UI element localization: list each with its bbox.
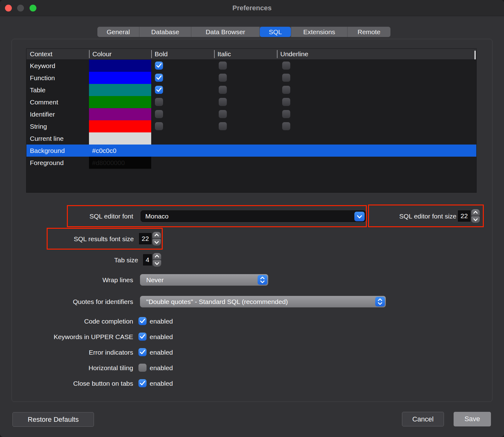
table-header: Context Colour Bold Italic Underline xyxy=(26,49,476,60)
combobox-dropdown-button[interactable] xyxy=(354,212,365,221)
table-row[interactable]: String xyxy=(26,120,476,132)
restore-defaults-button[interactable]: Restore Defaults xyxy=(12,412,94,427)
italic-checkbox-unchecked[interactable] xyxy=(219,86,227,94)
bold-checkbox-checked[interactable] xyxy=(155,86,163,94)
editor-font-size-value[interactable]: 22 xyxy=(458,210,470,222)
cancel-button[interactable]: Cancel xyxy=(402,412,444,426)
color-swatch[interactable] xyxy=(89,96,151,108)
keywords-uppercase-checkbox-checked[interactable] xyxy=(138,333,147,341)
keywords-uppercase-label: Keywords in UPPER CASE xyxy=(40,333,133,341)
select-updown-button[interactable] xyxy=(375,297,385,306)
quotes-select[interactable]: "Double quotes" - Standard SQL (recommen… xyxy=(140,296,386,307)
underline-checkbox-unchecked[interactable] xyxy=(282,98,290,106)
italic-checkbox-unchecked[interactable] xyxy=(219,110,227,118)
table-row[interactable]: Identifier xyxy=(26,108,476,120)
tab-size-label: Tab size xyxy=(77,255,138,265)
wrap-lines-value: Never xyxy=(146,274,164,286)
stepper-up-button[interactable] xyxy=(153,253,161,260)
wrap-lines-label: Wrap lines xyxy=(71,274,133,285)
bold-checkbox-unchecked[interactable] xyxy=(155,110,163,118)
color-swatch[interactable] xyxy=(89,108,151,120)
table-row-selected[interactable]: Background #c0c0c0 xyxy=(26,145,476,157)
context-label: Background xyxy=(30,145,65,157)
tab-data-browser[interactable]: Data Browser xyxy=(191,27,259,37)
context-label: Current line xyxy=(30,132,64,145)
title-bar: Preferences xyxy=(0,0,504,16)
bold-checkbox-checked[interactable] xyxy=(155,62,163,70)
tab-database[interactable]: Database xyxy=(139,27,191,37)
chevron-up-down-icon xyxy=(375,297,385,306)
code-completion-label: Code completion xyxy=(40,317,133,325)
bold-checkbox-checked[interactable] xyxy=(155,74,163,82)
code-completion-checkbox-checked[interactable] xyxy=(138,317,147,325)
stepper-up-button[interactable] xyxy=(471,209,480,216)
chevron-up-icon xyxy=(153,253,161,260)
underline-checkbox-unchecked[interactable] xyxy=(282,74,290,82)
chevron-down-icon xyxy=(152,239,161,246)
enabled-label: enabled xyxy=(150,364,173,372)
color-swatch[interactable] xyxy=(89,60,151,72)
underline-checkbox-unchecked[interactable] xyxy=(282,122,290,130)
tab-remote[interactable]: Remote xyxy=(348,27,390,37)
color-swatch[interactable] xyxy=(89,72,151,84)
table-row[interactable]: Keyword xyxy=(26,60,476,72)
tab-general[interactable]: General xyxy=(97,27,139,37)
stepper-down-button[interactable] xyxy=(471,216,480,223)
context-label: Foreground xyxy=(30,157,64,169)
bold-checkbox-unchecked[interactable] xyxy=(155,122,163,130)
column-header-colour[interactable]: Colour xyxy=(92,49,112,60)
column-header-underline[interactable]: Underline xyxy=(280,49,308,60)
italic-checkbox-unchecked[interactable] xyxy=(219,74,227,82)
column-header-bold[interactable]: Bold xyxy=(155,49,168,60)
close-button-tabs-label: Close button on tabs xyxy=(40,379,133,388)
horizontal-tiling-label: Horizontal tiling xyxy=(40,364,133,372)
color-swatch[interactable] xyxy=(89,120,151,132)
table-row[interactable]: Foreground #d8000000 xyxy=(26,157,476,169)
table-row[interactable]: Table xyxy=(26,84,476,96)
editor-font-combobox[interactable]: Monaco xyxy=(141,210,366,222)
table-row[interactable]: Comment xyxy=(26,96,476,108)
color-swatch[interactable] xyxy=(89,84,151,96)
italic-checkbox-unchecked[interactable] xyxy=(219,122,227,130)
error-indicators-checkbox-checked[interactable] xyxy=(138,348,147,356)
context-label: String xyxy=(30,120,47,132)
quotes-value: "Double quotes" - Standard SQL (recommen… xyxy=(146,296,288,307)
select-updown-button[interactable] xyxy=(258,275,267,285)
chevron-down-icon xyxy=(471,216,480,223)
underline-checkbox-unchecked[interactable] xyxy=(282,110,290,118)
enabled-label: enabled xyxy=(150,317,173,325)
save-button[interactable]: Save xyxy=(454,412,491,426)
column-divider xyxy=(214,50,215,58)
tab-size-value[interactable]: 4 xyxy=(143,254,152,265)
horizontal-tiling-checkbox-unchecked[interactable] xyxy=(138,364,147,372)
column-header-italic[interactable]: Italic xyxy=(217,49,231,60)
bold-checkbox-unchecked[interactable] xyxy=(155,98,163,106)
column-divider-end xyxy=(474,51,476,59)
stepper-up-button[interactable] xyxy=(152,232,161,238)
italic-checkbox-unchecked[interactable] xyxy=(219,98,227,106)
italic-checkbox-unchecked[interactable] xyxy=(219,62,227,70)
tab-sql[interactable]: SQL xyxy=(260,27,291,37)
close-button-tabs-checkbox-checked[interactable] xyxy=(138,379,147,387)
color-hex-value: #d8000000 xyxy=(92,157,125,169)
context-label: Table xyxy=(30,84,45,96)
table-row[interactable]: Current line xyxy=(26,132,476,145)
color-swatch[interactable] xyxy=(89,132,151,145)
wrap-lines-select[interactable]: Never xyxy=(140,274,268,286)
quotes-label: Quotes for identifiers xyxy=(47,296,133,307)
stepper-down-button[interactable] xyxy=(153,260,161,267)
chevron-down-icon xyxy=(153,260,161,267)
results-font-size-value[interactable]: 22 xyxy=(139,233,152,244)
editor-font-size-label: SQL editor font size xyxy=(372,211,456,222)
enabled-label: enabled xyxy=(150,348,173,356)
tab-extensions[interactable]: Extensions xyxy=(291,27,347,37)
underline-checkbox-unchecked[interactable] xyxy=(282,62,290,70)
results-font-size-label: SQL results font size xyxy=(50,233,134,244)
table-row[interactable]: Function xyxy=(26,72,476,84)
context-label: Comment xyxy=(30,96,58,108)
stepper-down-button[interactable] xyxy=(152,239,161,246)
underline-checkbox-unchecked[interactable] xyxy=(282,86,290,94)
preferences-tab-bar: General Database Data Browser SQL Extens… xyxy=(97,27,390,37)
editor-font-value: Monaco xyxy=(145,211,169,222)
column-header-context[interactable]: Context xyxy=(30,49,52,60)
